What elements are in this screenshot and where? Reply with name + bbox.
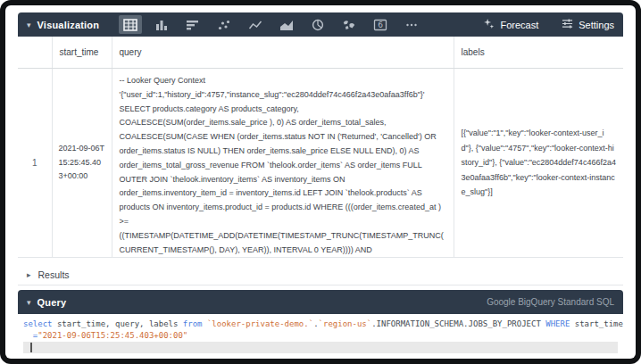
text-cursor	[30, 343, 32, 352]
settings-label: Settings	[579, 20, 614, 30]
viz-type-single-value-icon[interactable]: 6	[369, 15, 392, 34]
start-time-cell[interactable]: 2021-09-06T15:25:45.403+00:00	[52, 69, 112, 258]
screenshot-frame: ▾ Visualization 6 Forecast Settings	[0, 0, 641, 364]
query-panel-header: ▾ Query Google BigQuery Standard SQL	[18, 290, 623, 314]
viz-type-map-icon[interactable]	[337, 15, 361, 34]
query-title[interactable]: Query	[37, 297, 67, 308]
viz-type-area-chart-icon[interactable]	[275, 15, 298, 34]
results-title: Results	[38, 269, 70, 280]
column-header-query[interactable]: query	[112, 37, 454, 69]
viz-type-pie-chart-icon[interactable]	[306, 15, 329, 34]
viz-type-line-chart-icon[interactable]	[244, 15, 267, 34]
viz-type-bar-chart-icon[interactable]	[181, 15, 204, 34]
sql-editor[interactable]: select start_time, query, labels from `l…	[18, 314, 623, 359]
visualization-panel: ▾ Visualization 6 Forecast Settings	[18, 12, 623, 258]
svg-text:6: 6	[378, 21, 383, 29]
results-expand-icon[interactable]: ▸	[27, 270, 31, 279]
results-section-header[interactable]: ▸ Results	[18, 264, 623, 285]
forecast-button[interactable]: Forecast	[483, 18, 538, 31]
row-number-header	[18, 37, 52, 69]
visualization-collapse-icon[interactable]: ▾	[27, 21, 31, 29]
forecast-label: Forecast	[500, 20, 538, 30]
viz-type-toolbar: 6	[119, 15, 431, 34]
viz-type-scatter-chart-icon[interactable]	[212, 15, 236, 34]
table-row: 1 2021-09-06T15:25:45.403+00:00 -- Looke…	[18, 69, 623, 258]
settings-sliders-icon	[562, 18, 573, 31]
table-header-row: start_time query labels	[18, 37, 623, 69]
visualization-title[interactable]: Visualization	[37, 20, 100, 30]
sql-dialect-label: Google BigQuery Standard SQL	[487, 297, 614, 307]
column-header-labels[interactable]: labels	[454, 37, 623, 69]
results-table: start_time query labels 1 2021-09-06T15:…	[18, 37, 623, 258]
column-header-start-time[interactable]: start_time	[52, 37, 112, 69]
viz-type-column-chart-icon[interactable]	[150, 15, 173, 34]
viz-type-table-icon[interactable]	[119, 15, 142, 34]
settings-button[interactable]: Settings	[562, 18, 614, 31]
sql-code-line: ="2021-09-06T15:25:45.403+00:00"	[23, 330, 623, 342]
query-collapse-icon[interactable]: ▾	[27, 298, 31, 307]
query-panel: ▾ Query Google BigQuery Standard SQL sel…	[18, 290, 623, 359]
app-window: ▾ Visualization 6 Forecast Settings	[5, 5, 636, 359]
viz-type-more-icon[interactable]	[400, 15, 423, 34]
visualization-panel-header: ▾ Visualization 6 Forecast Settings	[18, 12, 623, 37]
sql-code-line: select start_time, query, labels from `l…	[23, 318, 623, 330]
forecast-icon	[483, 18, 495, 31]
sql-active-line[interactable]	[23, 342, 618, 353]
query-cell[interactable]: -- Looker Query Context '{"user_id":1,"h…	[112, 69, 454, 258]
row-number-cell: 1	[18, 69, 52, 258]
labels-cell[interactable]: [{"value":"1","key":"looker-context-user…	[454, 69, 623, 258]
